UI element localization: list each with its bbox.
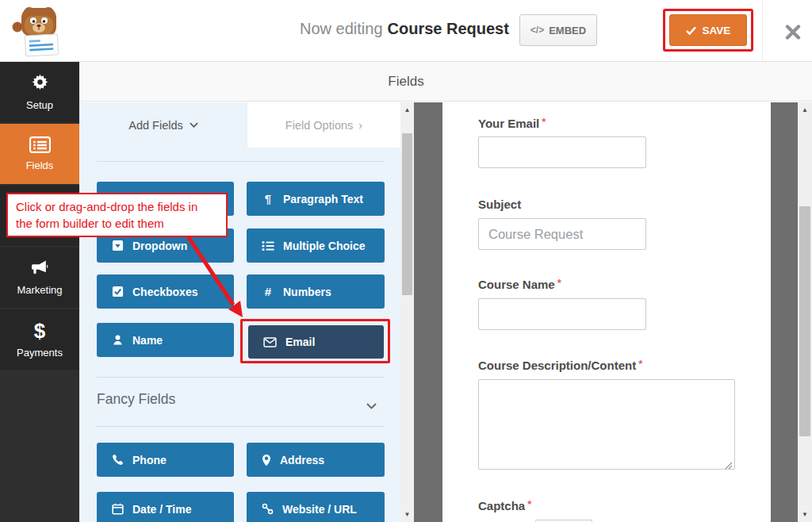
tooltip-line-2: the form builder to edit them: [16, 215, 218, 232]
subject-input-value: Course Request: [488, 227, 583, 242]
embed-label: EMBED: [549, 25, 586, 36]
panel-divider: [97, 377, 385, 378]
fields-icon: [29, 136, 51, 153]
preview-scroll-down-arrow[interactable]: ▼: [798, 509, 812, 521]
tab-add-fields[interactable]: Add Fields: [79, 102, 247, 148]
now-editing-text: Now editing: [300, 20, 383, 37]
embed-button[interactable]: </> EMBED: [519, 14, 597, 46]
required-asterisk: *: [638, 358, 642, 370]
tooltip-line-1: Click or drag-and-drop the fields in: [16, 198, 218, 215]
wpforms-builder: Now editingCourse Request </> EMBED SAVE…: [0, 0, 812, 522]
field-button-numbers[interactable]: # Numbers: [247, 274, 385, 309]
wpforms-bear-logo: [11, 4, 67, 58]
chevron-right-icon: ›: [358, 119, 362, 132]
field-button-email[interactable]: Email: [248, 325, 384, 359]
save-highlight-frame: SAVE: [663, 9, 753, 52]
field-button-name[interactable]: Name: [97, 323, 234, 357]
sidebar-item-fields[interactable]: Fields: [0, 124, 79, 184]
field-button-address[interactable]: Address: [247, 443, 385, 477]
field-button-paragraph-text[interactable]: ¶ Paragraph Text: [247, 182, 385, 216]
panel-scroll-down-arrow[interactable]: ▼: [400, 509, 414, 521]
field-button-date-time[interactable]: Date / Time: [97, 492, 234, 522]
course-name-input[interactable]: [478, 298, 646, 330]
paragraph-icon: ¶: [262, 192, 274, 205]
topbar-divider: [762, 0, 763, 61]
required-asterisk: *: [542, 116, 546, 128]
sidebar-item-marketing[interactable]: Marketing: [0, 248, 79, 308]
sidebar-item-setup[interactable]: Setup: [0, 62, 79, 122]
resize-handle-icon[interactable]: [725, 459, 733, 473]
check-icon: [686, 26, 696, 35]
tab-field-options[interactable]: Field Options ›: [247, 102, 400, 148]
phone-icon: [112, 454, 124, 466]
annotation-tooltip: Click or drag-and-drop the fields in the…: [6, 193, 228, 237]
close-icon: [785, 24, 801, 40]
sidebar-item-label: Payments: [17, 347, 63, 359]
tab-add-fields-label: Add Fields: [128, 119, 183, 132]
map-pin-icon: [262, 454, 271, 466]
list-icon: [262, 240, 274, 251]
save-label: SAVE: [703, 25, 731, 36]
panel-scrollbar-thumb[interactable]: [402, 133, 412, 295]
field-label-captcha: Captcha*: [478, 498, 531, 512]
panel-divider: [97, 426, 385, 427]
field-label-your-email: Your Email*: [478, 116, 546, 130]
person-icon: [112, 334, 124, 346]
field-label-course-name: Course Name*: [478, 277, 561, 291]
panel-header-title: Fields: [388, 74, 423, 90]
save-button[interactable]: SAVE: [669, 14, 747, 46]
required-asterisk: *: [557, 277, 561, 289]
field-button-phone[interactable]: Phone: [97, 443, 234, 477]
preview-scrollbar-thumb[interactable]: [799, 206, 810, 436]
megaphone-icon: [29, 259, 50, 278]
field-label-subject: Subject: [478, 197, 523, 211]
now-editing-title: Now editingCourse Request: [300, 20, 509, 38]
field-button-website-url[interactable]: Website / URL: [247, 492, 385, 522]
gear-icon: [30, 73, 50, 93]
subject-input[interactable]: Course Request: [478, 218, 646, 250]
calendar-icon: [112, 503, 124, 515]
hash-icon: #: [262, 285, 274, 298]
panel-scroll-up-arrow[interactable]: ▲: [400, 104, 414, 117]
link-icon: [262, 503, 274, 515]
course-description-textarea[interactable]: [478, 379, 735, 470]
your-email-input[interactable]: [478, 136, 646, 168]
chevron-down-icon: [190, 122, 198, 128]
sidebar-item-label: Fields: [26, 159, 54, 171]
panel-header: Fields: [79, 62, 812, 102]
chevron-down-icon[interactable]: [366, 398, 377, 413]
sidebar-item-label: Marketing: [17, 284, 62, 296]
field-button-checkboxes[interactable]: Checkboxes: [97, 274, 234, 309]
required-asterisk: *: [527, 498, 531, 510]
close-button[interactable]: [780, 21, 806, 43]
form-name: Course Request: [388, 20, 509, 37]
dropdown-icon: [112, 240, 124, 251]
sidebar-item-payments[interactable]: $ Payments: [0, 309, 79, 370]
dollar-icon: $: [34, 321, 45, 340]
bear-mascot-icon: [11, 4, 67, 58]
field-button-multiple-choice[interactable]: Multiple Choice: [247, 228, 385, 263]
envelope-icon: [263, 337, 277, 347]
panel-divider: [97, 161, 385, 162]
preview-scroll-up-arrow[interactable]: ▲: [798, 104, 812, 117]
field-label-course-description: Course Description/Content*: [478, 358, 642, 372]
tab-field-options-label: Field Options: [285, 119, 353, 132]
checkbox-icon: [112, 286, 124, 297]
code-icon: </>: [530, 25, 544, 36]
fancy-fields-section-toggle[interactable]: Fancy Fields: [97, 391, 175, 408]
sidebar-item-label: Setup: [26, 99, 53, 111]
